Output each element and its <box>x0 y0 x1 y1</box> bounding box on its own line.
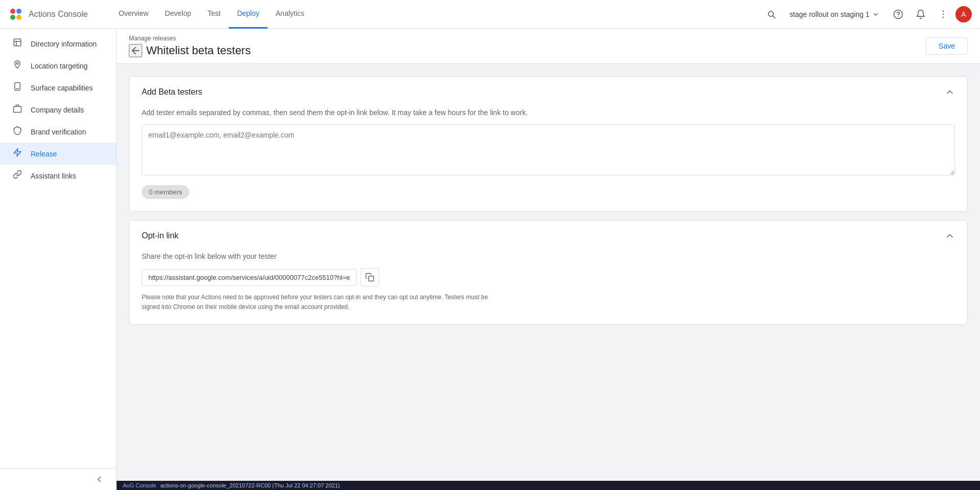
sidebar-label-brand: Brand verification <box>31 128 86 136</box>
page-title: Whitelist beta testers <box>146 44 251 57</box>
optin-link-card: Opt-in link Share the opt-in link below … <box>129 220 968 325</box>
google-logo <box>8 7 24 22</box>
brand-icon <box>12 126 23 138</box>
search-button[interactable] <box>761 4 782 25</box>
sidebar-nav: Directory information Location targeting… <box>0 29 116 191</box>
sidebar: Directory information Location targeting… <box>0 29 117 490</box>
page-header-left: Manage releases Whitelist beta testers <box>129 35 251 57</box>
sidebar-item-company-details[interactable]: Company details <box>0 99 116 121</box>
back-button[interactable] <box>129 44 142 57</box>
svg-point-0 <box>10 9 15 14</box>
members-count: 0 members <box>149 188 182 196</box>
sidebar-label-location: Location targeting <box>31 62 87 70</box>
more-options-button[interactable] <box>933 4 953 25</box>
svg-rect-16 <box>369 276 374 281</box>
location-icon <box>12 60 23 72</box>
page-title-row: Whitelist beta testers <box>129 44 251 57</box>
copy-link-button[interactable] <box>361 268 379 286</box>
members-badge: 0 members <box>142 185 189 199</box>
sidebar-item-assistant-links[interactable]: Assistant links <box>0 165 116 187</box>
svg-point-8 <box>943 16 944 18</box>
copy-icon <box>365 273 374 282</box>
status-text: actions-on-google-console_20210722-RC00 … <box>160 482 340 488</box>
nav-analytics[interactable]: Analytics <box>268 0 313 29</box>
svg-point-3 <box>16 15 21 20</box>
nav-right-actions: stage rollout on staging 1 A <box>761 4 972 25</box>
optin-link-body: Share the opt-in link below with your te… <box>129 251 967 324</box>
optin-link-row <box>142 268 955 286</box>
collapse-icon <box>95 475 104 484</box>
assistant-links-icon <box>12 170 23 182</box>
help-button[interactable] <box>888 4 908 25</box>
optin-note: Please note that your Actions need to be… <box>142 293 500 312</box>
svg-point-12 <box>16 62 18 64</box>
add-beta-testers-title: Add Beta testers <box>142 87 202 97</box>
help-icon <box>893 9 903 19</box>
optin-link-description: Share the opt-in link below with your te… <box>142 251 955 262</box>
add-beta-testers-card: Add Beta testers Add tester emails separ… <box>129 76 968 212</box>
sidebar-collapse-button[interactable] <box>0 468 116 490</box>
nav-links: Overview Develop Test Deploy Analytics <box>110 0 761 29</box>
optin-link-title: Opt-in link <box>142 231 179 240</box>
manage-releases-label: Manage releases <box>129 35 251 42</box>
sidebar-label-company: Company details <box>31 106 84 114</box>
app-title: Actions Console <box>29 10 88 19</box>
bell-icon <box>916 9 926 19</box>
sidebar-item-directory-information[interactable]: Directory information <box>0 33 116 55</box>
notifications-button[interactable] <box>910 4 931 25</box>
nav-deploy[interactable]: Deploy <box>229 0 268 29</box>
top-navigation: Actions Console Overview Develop Test De… <box>0 0 980 29</box>
add-beta-testers-body: Add tester emails separated by commas, t… <box>129 107 967 211</box>
search-icon <box>766 9 776 19</box>
more-vert-icon <box>938 9 948 19</box>
add-beta-testers-header[interactable]: Add Beta testers <box>129 77 967 107</box>
collapse-optin-icon <box>945 231 955 241</box>
svg-point-7 <box>943 13 944 15</box>
svg-point-5 <box>898 16 899 17</box>
content-area: Add Beta testers Add tester emails separ… <box>117 64 980 337</box>
company-icon <box>12 104 23 116</box>
nav-test[interactable]: Test <box>199 0 229 29</box>
svg-rect-9 <box>14 39 21 46</box>
sidebar-label-assistant-links: Assistant links <box>31 172 76 180</box>
user-avatar[interactable]: A <box>955 6 972 23</box>
sidebar-item-brand-verification[interactable]: Brand verification <box>0 121 116 143</box>
main-content: Manage releases Whitelist beta testers S… <box>117 29 980 490</box>
stage-selector[interactable]: stage rollout on staging 1 <box>784 7 886 21</box>
sidebar-label-surface: Surface capabilities <box>31 84 93 92</box>
svg-point-6 <box>943 10 944 12</box>
release-icon <box>12 148 23 160</box>
directory-icon <box>12 38 23 50</box>
sidebar-label-directory: Directory information <box>31 40 97 48</box>
svg-point-2 <box>10 15 15 20</box>
nav-overview[interactable]: Overview <box>110 0 157 29</box>
chevron-down-icon <box>872 10 880 18</box>
sidebar-label-release: Release <box>31 150 57 158</box>
status-bar: AoG Console actions-on-google-console_20… <box>117 481 980 490</box>
svg-point-1 <box>16 9 21 14</box>
add-beta-testers-description: Add tester emails separated by commas, t… <box>142 107 955 118</box>
page-header: Manage releases Whitelist beta testers S… <box>117 29 980 64</box>
logo-area: Actions Console <box>8 7 110 22</box>
nav-develop[interactable]: Develop <box>157 0 199 29</box>
save-button[interactable]: Save <box>926 37 968 55</box>
back-arrow-icon <box>130 45 141 56</box>
sidebar-item-surface-capabilities[interactable]: Surface capabilities <box>0 77 116 99</box>
email-textarea[interactable] <box>142 124 955 175</box>
svg-rect-15 <box>14 106 21 112</box>
surface-icon <box>12 82 23 94</box>
optin-link-input[interactable] <box>142 269 357 286</box>
sidebar-item-release[interactable]: Release <box>0 143 116 165</box>
sidebar-item-location-targeting[interactable]: Location targeting <box>0 55 116 77</box>
optin-link-header[interactable]: Opt-in link <box>129 220 967 251</box>
stage-label: stage rollout on staging 1 <box>790 10 870 18</box>
status-app-label: AoG Console <box>123 482 156 488</box>
collapse-beta-testers-icon <box>945 87 955 97</box>
